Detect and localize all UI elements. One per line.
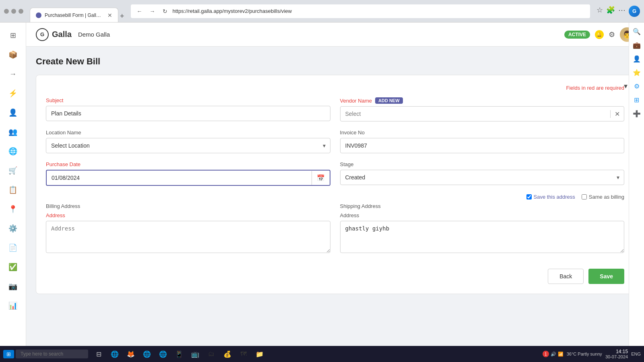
purchase-date-input[interactable] bbox=[47, 171, 312, 185]
taskbar-time: 14:15 bbox=[605, 349, 628, 354]
location-select[interactable]: Select Location bbox=[46, 138, 330, 153]
right-person-icon[interactable]: 👤 bbox=[631, 53, 642, 64]
minimize-button[interactable] bbox=[4, 9, 9, 14]
date-input-wrapper: 📅 bbox=[46, 170, 330, 186]
page-content: Create New Bill ▾ Fields in red are requ… bbox=[26, 47, 644, 304]
main-content: G Galla Demo Galla ACTIVE 🔔 ⚙ 👨 Create N… bbox=[26, 23, 644, 362]
sidebar-item-lightning[interactable]: ⚡ bbox=[4, 84, 22, 102]
sidebar-item-products[interactable]: 📦 bbox=[4, 46, 22, 64]
right-settings2-icon[interactable]: ⚙ bbox=[631, 80, 642, 92]
same-as-billing-label[interactable]: Same as billing bbox=[582, 194, 624, 200]
taskbar-ie-icon[interactable]: 🌐 bbox=[140, 348, 154, 360]
vendor-name-label: Vendor Name bbox=[340, 98, 372, 104]
billing-address-group: Billing Address Address bbox=[46, 203, 330, 254]
invoice-input[interactable] bbox=[340, 138, 625, 153]
bookmark-icon[interactable]: ☆ bbox=[597, 6, 603, 17]
settings-gear-icon[interactable]: ⚙ bbox=[609, 30, 615, 39]
logo-text: Galla bbox=[52, 30, 72, 39]
subject-input[interactable] bbox=[46, 106, 330, 121]
location-select-wrapper: Select Location bbox=[46, 138, 330, 153]
extensions-icon[interactable]: 🧩 bbox=[606, 6, 615, 17]
store-name: Demo Galla bbox=[78, 31, 110, 38]
taskbar-task-view[interactable]: ⊟ bbox=[91, 348, 106, 360]
sidebar-item-tasks[interactable]: ✅ bbox=[4, 258, 22, 276]
shipping-address-textarea[interactable]: ghastly giyhb bbox=[340, 221, 625, 253]
app-container: ⊞ 📦 → ⚡ 👤 👥 🌐 🛒 📋 📍 ⚙️ 📄 ✅ 📷 📊 G Galla D… bbox=[0, 23, 644, 362]
tab-favicon bbox=[36, 12, 41, 18]
notification-dot[interactable]: 🔔 bbox=[595, 30, 604, 39]
tab-close-icon[interactable]: ✕ bbox=[107, 12, 112, 19]
windows-icon: ⊞ bbox=[6, 351, 11, 357]
forward-nav-button[interactable]: → bbox=[148, 7, 157, 15]
tab-title: Purchasebill Form | Galla GST - In... bbox=[45, 12, 103, 18]
network-icon[interactable]: 📶 bbox=[558, 352, 564, 357]
same-as-billing-checkbox[interactable] bbox=[582, 194, 587, 200]
subject-group: Subject bbox=[46, 97, 330, 121]
taskbar-item5[interactable]: 📱 bbox=[172, 348, 186, 360]
form-row-3: Purchase Date 📅 Stage Created Pending bbox=[46, 161, 624, 186]
sidebar-item-location[interactable]: 📍 bbox=[4, 200, 22, 218]
vendor-select-wrapper: ✕ bbox=[340, 106, 625, 121]
sidebar-item-settings[interactable]: ⚙️ bbox=[4, 220, 22, 237]
right-briefcase-icon[interactable]: 💼 bbox=[631, 39, 642, 51]
taskbar-item7[interactable]: 🗂 bbox=[204, 348, 219, 360]
refresh-button[interactable]: ↻ bbox=[161, 7, 169, 15]
right-panel: 🔍 💼 👤 ⭐ ⚙ ⊞ ➕ ⚙ bbox=[629, 23, 644, 362]
sound-icon[interactable]: 🔊 bbox=[551, 352, 556, 357]
calendar-icon[interactable]: 📅 bbox=[312, 171, 330, 185]
start-button[interactable]: ⊞ bbox=[3, 350, 14, 358]
more-options-icon[interactable]: ⋯ bbox=[618, 6, 625, 17]
sidebar-item-dashboard[interactable]: ⊞ bbox=[4, 27, 22, 44]
sidebar-item-reports[interactable]: 📊 bbox=[4, 297, 22, 315]
sidebar-item-cart[interactable]: 🛒 bbox=[4, 162, 22, 179]
shipping-address-label: Address bbox=[340, 212, 625, 218]
vendor-clear-icon[interactable]: ✕ bbox=[610, 110, 624, 118]
taskbar-item8[interactable]: 💰 bbox=[220, 348, 235, 360]
window-close-button[interactable] bbox=[19, 9, 23, 14]
sidebar-item-user[interactable]: 👤 bbox=[4, 104, 22, 121]
right-search-icon[interactable]: 🔍 bbox=[631, 26, 642, 37]
billing-address-textarea[interactable] bbox=[46, 221, 330, 253]
required-note: Fields in red are required bbox=[46, 85, 624, 91]
logo-icon: G bbox=[36, 28, 49, 41]
save-address-checkbox[interactable] bbox=[526, 194, 532, 200]
taskbar: ⊞ ⊟ 🌐 🦊 🌐 🌐 📱 📺 🗂 💰 🗺 📁 1 🔊 📶 36°C Partl… bbox=[0, 346, 644, 362]
taskbar-firefox-icon[interactable]: 🦊 bbox=[124, 348, 138, 360]
add-new-button[interactable]: ADD NEW bbox=[375, 97, 403, 104]
sidebar-item-arrow[interactable]: → bbox=[4, 65, 22, 83]
taskbar-item10[interactable]: 📁 bbox=[252, 348, 267, 360]
vendor-select-input[interactable] bbox=[341, 107, 611, 121]
taskbar-search-input[interactable] bbox=[16, 350, 88, 358]
maximize-button[interactable] bbox=[11, 9, 16, 14]
back-button[interactable]: Back bbox=[548, 269, 584, 284]
form-row-1: Subject Vendor Name ADD NEW ✕ bbox=[46, 97, 624, 121]
back-nav-button[interactable]: ← bbox=[135, 7, 144, 15]
form-row-4: Billing Address Address Shipping Address… bbox=[46, 203, 624, 254]
right-star-icon[interactable]: ⭐ bbox=[631, 67, 642, 78]
new-tab-button[interactable]: + bbox=[120, 12, 124, 22]
save-button[interactable]: Save bbox=[588, 269, 624, 284]
right-grid-icon[interactable]: ⊞ bbox=[631, 94, 642, 105]
shipping-address-title: Shipping Address bbox=[340, 203, 625, 209]
url-input[interactable] bbox=[173, 8, 586, 14]
sidebar-item-globe[interactable]: 🌐 bbox=[4, 142, 22, 160]
save-address-label[interactable]: Save this address bbox=[526, 194, 575, 200]
sidebar-item-camera[interactable]: 📷 bbox=[4, 278, 22, 295]
invoice-label: Invoice No bbox=[340, 130, 625, 136]
taskbar-chrome-icon[interactable]: 🌐 bbox=[156, 348, 170, 360]
taskbar-edge-icon[interactable]: 🌐 bbox=[107, 348, 122, 360]
sidebar-item-document[interactable]: 📄 bbox=[4, 239, 22, 257]
profile-icon[interactable]: G bbox=[629, 6, 640, 17]
sidebar-item-users[interactable]: 👥 bbox=[4, 123, 22, 141]
billing-address-title: Billing Address bbox=[46, 203, 330, 209]
stage-select[interactable]: Created Pending Completed bbox=[340, 170, 625, 185]
taskbar-item9[interactable]: 🗺 bbox=[236, 348, 251, 360]
header-right: ACTIVE 🔔 ⚙ 👨 bbox=[564, 27, 634, 42]
active-tab[interactable]: Purchasebill Form | Galla GST - In... ✕ bbox=[30, 8, 118, 22]
sidebar-item-clipboard[interactable]: 📋 bbox=[4, 181, 22, 199]
card-chevron-icon[interactable]: ▾ bbox=[624, 82, 627, 90]
address-bar[interactable]: ← → ↻ bbox=[131, 4, 590, 18]
lang-indicator: ENG bbox=[631, 352, 641, 356]
taskbar-item6[interactable]: 📺 bbox=[188, 348, 202, 360]
right-add-icon[interactable]: ➕ bbox=[631, 108, 642, 119]
